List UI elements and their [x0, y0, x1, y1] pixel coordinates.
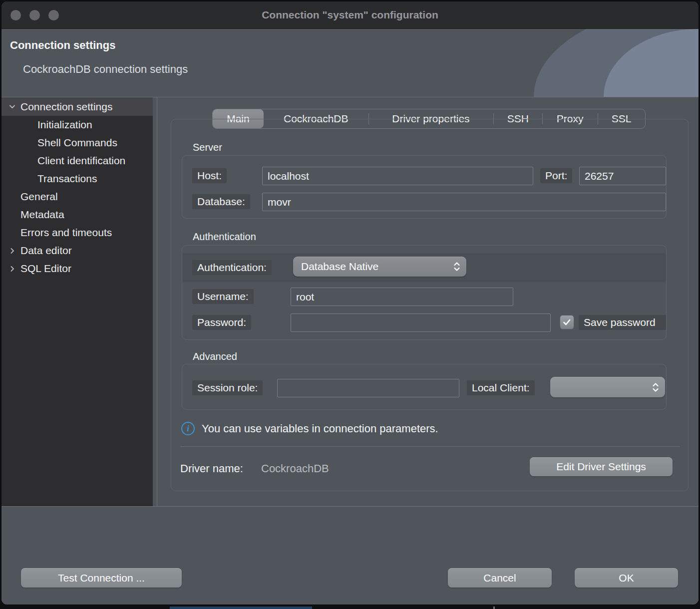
info-icon: i [181, 422, 195, 435]
test-connection-button[interactable]: Test Connection ... [21, 568, 182, 588]
desktop-sliver [493, 607, 495, 609]
settings-tree: Connection settings Initialization Shell… [1, 97, 153, 506]
ok-button[interactable]: OK [575, 568, 678, 588]
advanced-group-legend: Advanced [193, 351, 237, 362]
cancel-button[interactable]: Cancel [448, 568, 552, 588]
updown-chevron-icon [453, 261, 460, 272]
tree-item-label: Client identification [37, 155, 125, 167]
host-input[interactable] [262, 167, 533, 185]
tree-item-label: SQL Editor [20, 263, 71, 275]
tree-item-label: Shell Commands [37, 137, 117, 149]
dialog-footer: Test Connection ... Cancel OK [1, 507, 699, 605]
authentication-select[interactable]: Database Native [293, 257, 466, 277]
tree-item-general[interactable]: General [1, 188, 153, 206]
tree-item-label: Transactions [37, 173, 97, 185]
server-group-legend: Server [193, 142, 222, 153]
window-controls [10, 1, 59, 28]
edit-driver-settings-button[interactable]: Edit Driver Settings [530, 457, 673, 476]
username-input[interactable] [291, 288, 513, 306]
local-client-select[interactable] [550, 377, 665, 397]
port-label: Port: [540, 168, 572, 183]
tree-item-connection-settings[interactable]: Connection settings [1, 97, 153, 116]
page-header: Connection settings CockroachDB connecti… [1, 29, 699, 97]
tree-item-shell-commands[interactable]: Shell Commands [1, 134, 153, 152]
chevron-right-icon[interactable] [3, 247, 20, 255]
username-label: Username: [192, 289, 254, 304]
title-bar: Connection "system" configuration [1, 1, 699, 29]
tree-item-metadata[interactable]: Metadata [1, 206, 153, 224]
tree-item-transactions[interactable]: Transactions [1, 170, 153, 188]
page-subtitle: CockroachDB connection settings [23, 63, 188, 76]
session-role-input[interactable] [277, 379, 459, 397]
tree-item-label: Errors and timeouts [20, 227, 112, 239]
tree-item-label: Data editor [20, 245, 72, 257]
driver-name-value: CockroachDB [261, 462, 329, 475]
auth-group: Authentication: Database Native Username… [182, 245, 667, 340]
database-input[interactable] [262, 193, 666, 211]
minimize-window-icon[interactable] [29, 10, 40, 20]
desktop-sliver [170, 607, 312, 609]
panel-divider [180, 446, 680, 447]
main-area: Main CockroachDB Driver properties SSH P… [157, 97, 699, 506]
database-label: Database: [192, 194, 250, 209]
local-client-label: Local Client: [467, 380, 535, 395]
port-input[interactable] [579, 167, 666, 185]
info-message-row: i You can use variables in connection pa… [181, 422, 438, 435]
tree-item-errors-and-timeouts[interactable]: Errors and timeouts [1, 224, 153, 242]
tree-item-label: Initialization [37, 119, 92, 131]
tree-item-client-identification[interactable]: Client identification [1, 152, 153, 170]
main-tab-panel: Server Host: Port: Database: Authenticat… [171, 119, 689, 491]
driver-name-label: Driver name: [180, 462, 243, 475]
tree-item-sql-editor[interactable]: SQL Editor [1, 260, 153, 278]
password-input[interactable] [291, 313, 551, 332]
tree-item-initialization[interactable]: Initialization [1, 116, 153, 134]
save-password-checkbox[interactable] [560, 315, 574, 329]
host-label: Host: [192, 168, 227, 183]
tree-item-label: Metadata [20, 209, 64, 221]
page-title: Connection settings [10, 39, 115, 52]
info-message: You can use variables in connection para… [202, 422, 438, 435]
authentication-label: Authentication: [192, 260, 272, 275]
authentication-selected-value: Database Native [301, 261, 378, 273]
updown-chevron-icon [652, 382, 659, 393]
auth-group-legend: Authentication [193, 231, 256, 243]
save-password-label: Save password [579, 315, 667, 330]
chevron-down-icon[interactable] [3, 103, 20, 110]
tree-item-data-editor[interactable]: Data editor [1, 242, 153, 260]
advanced-group: Session role: Local Client: [182, 364, 667, 410]
tree-item-label: General [20, 191, 58, 203]
check-icon [562, 317, 572, 327]
session-role-label: Session role: [192, 380, 263, 395]
tree-item-label: Connection settings [20, 101, 112, 113]
password-label: Password: [192, 315, 251, 330]
chevron-right-icon[interactable] [3, 265, 20, 273]
window-title: Connection "system" configuration [262, 9, 438, 21]
zoom-window-icon[interactable] [48, 10, 59, 20]
close-window-icon[interactable] [10, 10, 21, 20]
server-group: Host: Port: Database: [182, 155, 667, 219]
connection-config-dialog: Connection "system" configuration Connec… [1, 1, 699, 605]
